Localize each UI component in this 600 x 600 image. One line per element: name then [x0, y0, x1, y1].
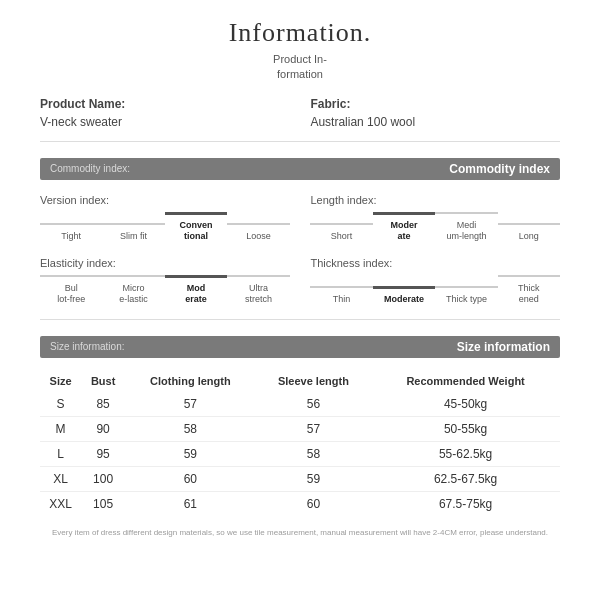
size-bar-label: Size information:	[50, 341, 124, 352]
length-scale: ShortModerateMedium-lengthLong	[310, 212, 560, 242]
product-info-row: Product Name: V-neck sweater Fabric: Aus…	[40, 97, 560, 129]
scale-item-0: Thin	[310, 286, 372, 305]
table-cell: 60	[256, 492, 372, 517]
table-cell: 58	[125, 417, 256, 442]
table-cell: 100	[81, 467, 125, 492]
table-cell: XXL	[40, 492, 81, 517]
table-cell: 62.5-67.5kg	[371, 467, 560, 492]
commodity-bar-title: Commodity index	[449, 162, 550, 176]
table-cell: XL	[40, 467, 81, 492]
table-cell: 59	[256, 467, 372, 492]
elasticity-scale: Bullot-freeMicroe-lasticModerateUltrastr…	[40, 275, 290, 305]
product-fabric-col: Fabric: Australian 100 wool	[310, 97, 560, 129]
page-title: Information.	[40, 18, 560, 48]
table-cell: L	[40, 442, 81, 467]
index-grid-bottom: Elasticity index: Bullot-freeMicroe-last…	[40, 251, 560, 307]
commodity-bar-label: Commodity index:	[50, 163, 130, 174]
table-row: S85575645-50kg	[40, 392, 560, 417]
table-cell: 57	[256, 417, 372, 442]
table-cell: 55-62.5kg	[371, 442, 560, 467]
table-header-row: SizeBustClothing lengthSleeve lengthReco…	[40, 370, 560, 392]
table-row: XL100605962.5-67.5kg	[40, 467, 560, 492]
scale-item-3: Loose	[227, 223, 289, 242]
table-cell: 105	[81, 492, 125, 517]
table-header-cell: Bust	[81, 370, 125, 392]
table-cell: M	[40, 417, 81, 442]
size-table: SizeBustClothing lengthSleeve lengthReco…	[40, 370, 560, 516]
scale-item-2: Thick type	[435, 286, 497, 305]
table-cell: S	[40, 392, 81, 417]
scale-item-0: Short	[310, 223, 372, 242]
version-index-label: Version index:	[40, 194, 290, 206]
length-index-label: Length index:	[310, 194, 560, 206]
scale-item-0: Tight	[40, 223, 102, 242]
product-name-col: Product Name: V-neck sweater	[40, 97, 290, 129]
scale-item-1: Moderate	[373, 286, 435, 305]
scale-item-0: Bullot-free	[40, 275, 102, 305]
table-cell: 56	[256, 392, 372, 417]
scale-item-2: Medium-length	[435, 212, 497, 242]
product-fabric-label: Fabric:	[310, 97, 560, 111]
size-info-bar: Size information: Size information	[40, 336, 560, 358]
scale-item-1: Moderate	[373, 212, 435, 242]
table-cell: 58	[256, 442, 372, 467]
scale-item-3: Thickened	[498, 275, 560, 305]
thickness-index-label: Thickness index:	[310, 257, 560, 269]
product-fabric-value: Australian 100 wool	[310, 115, 560, 129]
table-cell: 59	[125, 442, 256, 467]
scale-item-1: Microe-lastic	[102, 275, 164, 305]
table-row: XXL105616067.5-75kg	[40, 492, 560, 517]
page-container: Information. Product In-formation Produc…	[0, 0, 600, 600]
table-cell: 67.5-75kg	[371, 492, 560, 517]
table-cell: 57	[125, 392, 256, 417]
divider-2	[40, 319, 560, 320]
table-cell: 90	[81, 417, 125, 442]
table-row: M90585750-55kg	[40, 417, 560, 442]
version-index-block: Version index: TightSlim fitConventional…	[40, 194, 290, 242]
thickness-index-block: Thickness index: ThinModerateThick typeT…	[310, 257, 560, 305]
size-table-body: S85575645-50kgM90585750-55kgL95595855-62…	[40, 392, 560, 516]
table-cell: 60	[125, 467, 256, 492]
size-bar-title: Size information	[457, 340, 550, 354]
elasticity-index-block: Elasticity index: Bullot-freeMicroe-last…	[40, 257, 290, 305]
table-header-cell: Clothing length	[125, 370, 256, 392]
divider-1	[40, 141, 560, 142]
version-scale: TightSlim fitConventionalLoose	[40, 212, 290, 242]
table-header-cell: Size	[40, 370, 81, 392]
footer-note: Every item of dress different design mat…	[40, 528, 560, 537]
product-name-value: V-neck sweater	[40, 115, 290, 129]
table-cell: 85	[81, 392, 125, 417]
table-header-cell: Sleeve length	[256, 370, 372, 392]
index-grid-top: Version index: TightSlim fitConventional…	[40, 188, 560, 244]
product-name-label: Product Name:	[40, 97, 290, 111]
page-subtitle: Product In-formation	[40, 52, 560, 83]
length-index-block: Length index: ShortModerateMedium-length…	[310, 194, 560, 242]
table-cell: 45-50kg	[371, 392, 560, 417]
scale-item-3: Ultrastretch	[227, 275, 289, 305]
table-cell: 50-55kg	[371, 417, 560, 442]
scale-item-2: Conventional	[165, 212, 227, 242]
elasticity-index-label: Elasticity index:	[40, 257, 290, 269]
scale-item-2: Moderate	[165, 275, 227, 305]
commodity-index-bar: Commodity index: Commodity index	[40, 158, 560, 180]
table-cell: 61	[125, 492, 256, 517]
scale-item-3: Long	[498, 223, 560, 242]
scale-item-1: Slim fit	[102, 223, 164, 242]
thickness-scale: ThinModerateThick typeThickened	[310, 275, 560, 305]
table-row: L95595855-62.5kg	[40, 442, 560, 467]
table-cell: 95	[81, 442, 125, 467]
table-header-cell: Recommended Weight	[371, 370, 560, 392]
